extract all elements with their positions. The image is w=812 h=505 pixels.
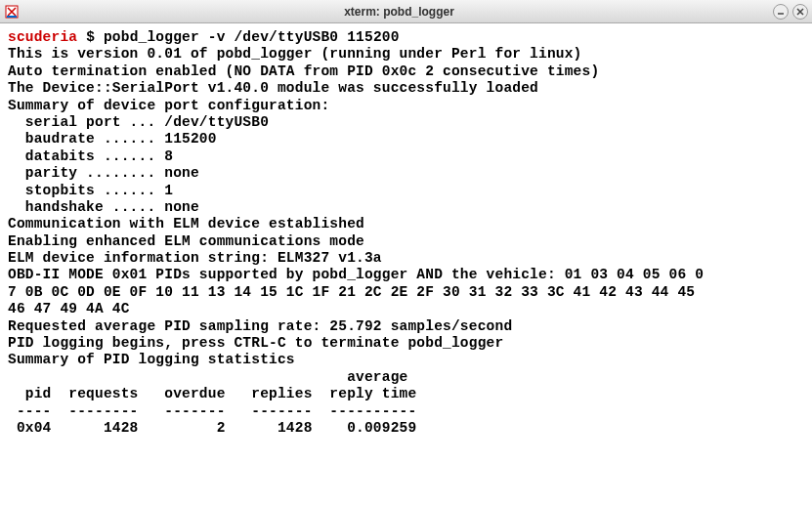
config-stopbits: stopbits ...... 1 <box>8 183 173 198</box>
output-line: Summary of device port configuration: <box>8 98 329 113</box>
config-baudrate: baudrate ...... 115200 <box>8 131 217 147</box>
close-button[interactable] <box>792 4 808 20</box>
config-handshake: handshake ..... none <box>8 199 199 215</box>
output-line: Auto termination enabled (NO DATA from P… <box>8 63 599 79</box>
output-line: 7 0B 0C 0D 0E 0F 10 11 13 14 15 1C 1F 21… <box>8 284 695 300</box>
table-header: pid requests overdue replies reply time <box>8 386 416 401</box>
config-parity: parity ........ none <box>8 165 199 181</box>
minimize-button[interactable] <box>773 4 789 20</box>
table-divider: ---- -------- ------- ------- ---------- <box>8 403 416 419</box>
output-line: Communication with ELM device establishe… <box>8 216 364 231</box>
output-line: Summary of PID logging statistics <box>8 352 295 367</box>
output-line: ELM device information string: ELM327 v1… <box>8 250 382 266</box>
output-line: Requested average PID sampling rate: 25.… <box>8 318 512 334</box>
table-row: 0x04 1428 2 1428 0.009259 <box>8 420 416 436</box>
output-line: The Device::SerialPort v1.40.0 module wa… <box>8 80 538 96</box>
prompt-symbol: $ <box>86 29 95 45</box>
terminal-output[interactable]: scuderia $ pobd_logger -v /dev/ttyUSB0 1… <box>0 23 812 505</box>
output-line: Enabling enhanced ELM communications mod… <box>8 233 364 249</box>
output-line: 46 47 49 4A 4C <box>8 301 130 316</box>
prompt-host: scuderia <box>8 29 77 45</box>
table-header: average <box>8 369 407 385</box>
window-titlebar: xterm: pobd_logger <box>0 0 812 23</box>
window-controls <box>773 4 808 20</box>
app-icon <box>4 4 20 20</box>
config-databits: databits ...... 8 <box>8 148 173 164</box>
prompt-command: pobd_logger -v /dev/ttyUSB0 115200 <box>104 29 400 45</box>
output-line: This is version 0.01 of pobd_logger (run… <box>8 46 582 62</box>
output-line: OBD-II MODE 0x01 PIDs supported by pobd_… <box>8 267 704 282</box>
output-line: PID logging begins, press CTRL-C to term… <box>8 335 503 351</box>
window-title: xterm: pobd_logger <box>25 5 773 19</box>
config-serial-port: serial port ... /dev/ttyUSB0 <box>8 114 269 130</box>
